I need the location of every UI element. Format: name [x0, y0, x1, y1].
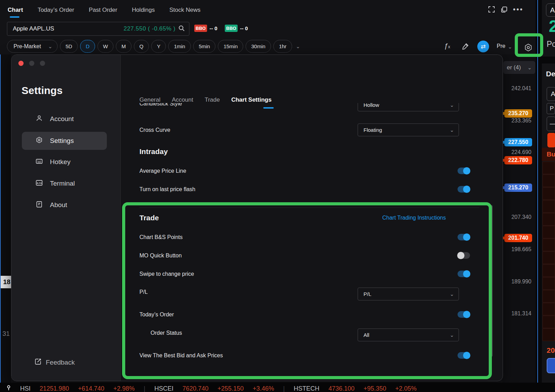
trade-transfer-icon[interactable]: ⇄	[477, 41, 489, 52]
nav-tab-todays-order[interactable]: Today’s Order	[37, 7, 74, 14]
modal-title: Settings	[22, 85, 62, 96]
minimize-window-button[interactable]	[29, 61, 34, 66]
candlestick-style-value: Hollow	[364, 103, 379, 108]
period-30min[interactable]: 30min	[246, 40, 271, 53]
mo-quick-button-toggle[interactable]	[458, 252, 470, 259]
tab-trade[interactable]: Trade	[205, 96, 220, 103]
last-price-flash-toggle[interactable]	[458, 186, 470, 193]
period-w[interactable]: W	[97, 40, 113, 53]
period-5d[interactable]: 5D	[60, 40, 78, 53]
sidebar-item-hotkey[interactable]: Hotkey	[22, 153, 107, 171]
index-name[interactable]: HSTECH	[294, 385, 319, 392]
document-icon	[35, 201, 43, 210]
period-m[interactable]: M	[116, 40, 131, 53]
sidebar-item-label: Terminal	[50, 180, 75, 187]
pre-session-label[interactable]: Pre	[497, 43, 505, 49]
order-type-a-button[interactable]: A	[547, 87, 555, 101]
detail-heading: De	[546, 70, 555, 78]
orderbook-grid	[543, 162, 555, 341]
settings-content: Candlestick Style Hollow⌄ General Accoun…	[121, 55, 502, 380]
period-5min[interactable]: 5min	[193, 40, 216, 53]
chart-bs-points-toggle[interactable]	[458, 234, 470, 240]
clone-window-icon[interactable]	[501, 6, 508, 15]
chevron-down-icon[interactable]: ⌄	[508, 44, 512, 49]
period-y[interactable]: Y	[151, 40, 166, 53]
buy-row[interactable]: Bu	[542, 148, 555, 161]
sidebar-item-label: Settings	[50, 137, 74, 145]
draw-pencil-icon[interactable]	[461, 42, 470, 52]
tab-chart-settings[interactable]: Chart Settings	[231, 96, 272, 103]
chevron-down-icon: ⌄	[527, 65, 532, 70]
todays-order-label: Today’s Order	[139, 312, 174, 318]
bbo-bid-value: -- 0	[210, 25, 217, 31]
more-options-icon[interactable]: •••	[513, 6, 523, 14]
indicators-fx-icon[interactable]: ƒx	[444, 42, 450, 50]
index-ticker-bar: HSI 21251.980 +614.740 +2.98% | HSCEI 76…	[0, 383, 555, 392]
nav-tab-past-order[interactable]: Past Order	[89, 7, 117, 14]
order-status-dropdown[interactable]: All⌄	[358, 329, 459, 341]
swipe-price-toggle[interactable]	[458, 271, 470, 277]
axis-price-badge: 18	[1, 276, 11, 288]
sidebar-item-terminal[interactable]: Terminal	[22, 174, 107, 193]
nav-tab-chart[interactable]: Chart	[8, 7, 23, 14]
quote-big-digit: 2	[549, 17, 555, 36]
trade-heading: Trade	[139, 214, 159, 222]
todays-order-toggle[interactable]	[458, 311, 470, 318]
order-type-p-button[interactable]: P	[547, 103, 555, 114]
orders-count-dropdown[interactable]: er (4)⌄	[503, 61, 535, 74]
person-icon	[35, 114, 43, 124]
quantity-minus-button[interactable]: —	[547, 117, 555, 131]
period-1min[interactable]: 1min	[168, 40, 191, 53]
price-ladder: er (4)⌄ 242.041 235.270 233.365 227.550 …	[502, 54, 537, 383]
index-pct: +3.46%	[253, 385, 274, 392]
period-d[interactable]: D	[80, 40, 95, 53]
period-15min[interactable]: 15min	[218, 40, 243, 53]
session-dropdown[interactable]: Pre-Market⌄	[7, 40, 58, 53]
period-q[interactable]: Q	[134, 40, 149, 53]
gear-icon	[35, 136, 43, 146]
pin-icon[interactable]	[6, 385, 11, 392]
content-scrollbar[interactable]	[489, 205, 493, 357]
search-icon[interactable]	[178, 25, 185, 33]
panel-divider	[536, 0, 542, 392]
order-status-value: All	[364, 332, 369, 338]
sidebar-item-about[interactable]: About	[22, 196, 107, 214]
zoom-window-button[interactable]	[40, 61, 45, 66]
index-name[interactable]: HSCEI	[154, 385, 173, 392]
view-best-bid-ask-toggle[interactable]	[458, 352, 470, 359]
ladder-price: 189.990	[511, 279, 531, 285]
ladder-price-badge: 215.270	[504, 184, 532, 192]
quantity-box[interactable]	[547, 358, 555, 373]
tab-account[interactable]: Account	[172, 96, 193, 103]
average-price-line-toggle[interactable]	[458, 168, 470, 174]
sidebar-item-account[interactable]: Account	[22, 110, 107, 128]
account-selector-button[interactable]: A	[546, 3, 555, 17]
pl-dropdown[interactable]: P/L⌄	[358, 288, 459, 300]
candlestick-style-dropdown[interactable]: Hollow⌄	[358, 103, 459, 111]
chart-settings-gear-icon[interactable]	[524, 43, 533, 53]
chart-trading-instructions-link[interactable]: Chart Trading Instructions	[382, 215, 446, 221]
period-1hr[interactable]: 1hr	[273, 40, 292, 53]
ladder-price: 242.041	[511, 85, 531, 92]
sell-button[interactable]	[547, 133, 555, 147]
fullscreen-icon[interactable]	[488, 6, 495, 15]
symbol-search-box[interactable]: Apple AAPL.US 227.550 ( -0.65% )	[7, 22, 189, 36]
close-window-button[interactable]	[18, 61, 24, 66]
nav-tab-stock-news[interactable]: Stock News	[169, 7, 200, 14]
index-pct: +2.05%	[395, 385, 417, 392]
tab-general[interactable]: General	[139, 96, 160, 103]
chevron-down-icon: ⌄	[48, 44, 52, 49]
feedback-button[interactable]: Feedback	[35, 358, 75, 367]
panel-gap	[542, 57, 555, 63]
nav-tab-holdings[interactable]: Holdings	[132, 7, 155, 14]
bbo-ask-value: -- 0	[240, 25, 248, 31]
index-change: +95.350	[364, 385, 386, 392]
panel-divider-line	[537, 0, 538, 392]
index-name[interactable]: HSI	[20, 385, 31, 392]
more-periods-icon[interactable]: ⌄	[296, 44, 300, 49]
section-divider	[139, 207, 479, 208]
cross-curve-dropdown[interactable]: Floating⌄	[358, 123, 459, 136]
sidebar-item-settings[interactable]: Settings	[22, 132, 107, 150]
index-value: 21251.980	[40, 385, 69, 392]
trade-panel: A 2 Po De A P — Bu 20	[542, 0, 555, 392]
